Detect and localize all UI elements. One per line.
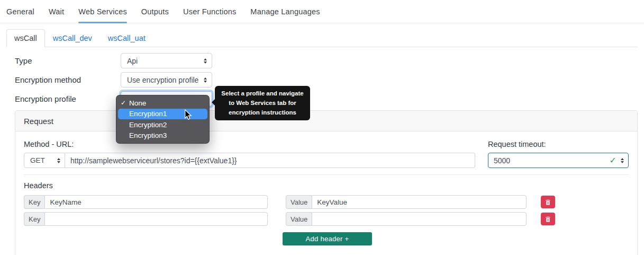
- dropdown-option-encryption1[interactable]: Encryption1: [118, 109, 207, 120]
- select-arrows-icon: [204, 58, 207, 64]
- type-select-value: Api: [127, 57, 138, 65]
- check-icon: ✓: [121, 99, 129, 107]
- tab-manage-languages[interactable]: Manage Languages: [250, 0, 320, 23]
- encryption-method-label: Encryption method: [15, 75, 121, 84]
- header-row: Key Value: [24, 212, 629, 226]
- header-value-input[interactable]: [312, 195, 527, 209]
- trash-icon: [545, 199, 551, 206]
- request-timeout-field: ✓: [488, 153, 629, 168]
- encryption-profile-tooltip: Select a profile and navigate to Web Ser…: [215, 86, 310, 120]
- encryption-profile-row: Encryption profile: [15, 91, 629, 107]
- dropdown-option-encryption3[interactable]: Encryption3: [118, 130, 207, 142]
- tab-wscall-dev[interactable]: wsCall_dev: [45, 29, 100, 47]
- value-prefix-label: Value: [286, 212, 312, 226]
- header-value-group: Value: [286, 195, 527, 209]
- header-value-group: Value: [286, 212, 527, 226]
- header-key-input[interactable]: [44, 212, 268, 226]
- method-select[interactable]: GET: [24, 153, 65, 168]
- method-url-group: GET: [24, 153, 475, 168]
- tab-wscall-uat[interactable]: wsCall_uat: [100, 29, 153, 47]
- add-header-button[interactable]: Add header +: [283, 232, 372, 245]
- web-services-config-page: General Wait Web Services Outputs User F…: [0, 0, 644, 255]
- key-prefix-label: Key: [24, 195, 44, 209]
- value-prefix-label: Value: [286, 195, 312, 209]
- type-select[interactable]: Api: [121, 53, 212, 68]
- valid-check-icon: ✓: [610, 156, 616, 165]
- divider: [24, 174, 629, 175]
- tab-user-functions[interactable]: User Functions: [183, 0, 236, 23]
- tab-wscall[interactable]: wsCall: [6, 29, 45, 47]
- header-value-input[interactable]: [312, 212, 527, 226]
- request-panel-title: Request: [24, 117, 53, 126]
- ws-settings-form: Type Api Encryption method Use encryptio…: [0, 47, 644, 107]
- encryption-method-row: Encryption method Use encryption profile: [15, 72, 629, 87]
- dropdown-option-none[interactable]: ✓ None: [118, 98, 207, 109]
- ws-call-tabs: wsCall wsCall_dev wsCall_uat: [6, 29, 638, 47]
- headers-label: Headers: [24, 181, 629, 190]
- request-panel-body: Method - URL: GET Request timeout: ✓: [15, 131, 637, 254]
- dropdown-option-label: Encryption3: [129, 131, 167, 139]
- tab-wait[interactable]: Wait: [49, 0, 64, 23]
- url-input[interactable]: [65, 153, 475, 168]
- select-arrows-icon: [57, 158, 60, 163]
- top-nav: General Wait Web Services Outputs User F…: [0, 0, 644, 23]
- request-timeout-label: Request timeout:: [488, 140, 629, 148]
- encryption-method-value: Use encryption profile: [127, 76, 198, 84]
- header-key-group: Key: [24, 212, 268, 226]
- request-panel-header: Request: [15, 111, 637, 131]
- header-row: Key Value: [24, 195, 629, 209]
- dropdown-option-encryption2[interactable]: Encryption2: [118, 119, 207, 130]
- method-select-value: GET: [30, 156, 45, 164]
- encryption-profile-label: Encryption profile: [15, 94, 121, 103]
- request-panel: Request Method - URL: GET Request timeou…: [15, 110, 638, 255]
- dropdown-option-label: Encryption2: [129, 121, 167, 129]
- timeout-column: Request timeout: ✓: [488, 140, 629, 168]
- tab-outputs[interactable]: Outputs: [141, 0, 169, 23]
- dropdown-option-label: Encryption1: [129, 110, 167, 118]
- header-key-input[interactable]: [44, 195, 268, 209]
- method-url-label: Method - URL:: [24, 140, 475, 148]
- dropdown-option-label: None: [129, 99, 146, 107]
- delete-header-button[interactable]: [541, 196, 555, 208]
- tab-general[interactable]: General: [6, 0, 34, 23]
- tab-web-services[interactable]: Web Services: [78, 0, 127, 23]
- key-prefix-label: Key: [24, 212, 44, 226]
- select-arrows-icon: [204, 77, 207, 83]
- method-url-column: Method - URL: GET: [24, 140, 475, 168]
- delete-header-button[interactable]: [541, 213, 555, 225]
- trash-icon: [545, 216, 551, 223]
- number-stepper[interactable]: [621, 158, 624, 163]
- encryption-method-select[interactable]: Use encryption profile: [121, 72, 212, 87]
- encryption-profile-dropdown: ✓ None Encryption1 Encryption2 Encryptio…: [116, 95, 210, 144]
- header-key-group: Key: [24, 195, 268, 209]
- type-row: Type Api: [15, 53, 629, 68]
- type-label: Type: [15, 56, 121, 65]
- request-timeout-input[interactable]: [489, 156, 610, 165]
